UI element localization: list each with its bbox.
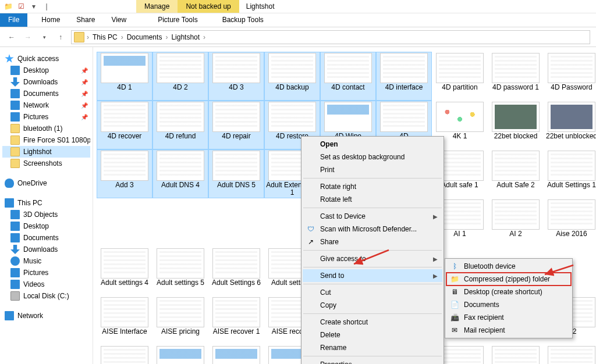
- sidebar-item[interactable]: Lightshot: [2, 146, 90, 158]
- ctx-properties[interactable]: Properties: [303, 358, 442, 364]
- thumbnail: [101, 248, 148, 279]
- sidebar-item[interactable]: Pictures: [2, 267, 90, 279]
- ribbon-tab-home[interactable]: Home: [33, 13, 68, 27]
- ctx-delete[interactable]: Delete: [303, 329, 442, 341]
- ctx-cast-to-device[interactable]: Cast to Device▶: [303, 210, 442, 223]
- file-item[interactable]: 4D repair: [208, 101, 264, 149]
- qat-new-folder-icon[interactable]: ▾: [29, 2, 38, 11]
- ctx-cut[interactable]: Cut: [303, 286, 442, 299]
- sidebar-item[interactable]: Pictures📌: [2, 111, 90, 123]
- sidebar-quick-access[interactable]: Quick access: [2, 53, 90, 65]
- file-item[interactable]: 4D refund: [152, 101, 208, 149]
- ribbon-tab-share[interactable]: Share: [68, 13, 103, 27]
- sidebar-item[interactable]: Videos: [2, 279, 90, 290]
- file-item[interactable]: AISE recover 1: [208, 296, 264, 345]
- ctx-open[interactable]: Open: [303, 138, 442, 151]
- file-item[interactable]: 4D 3: [208, 52, 264, 101]
- file-item[interactable]: 4D 1: [97, 52, 152, 101]
- file-item[interactable]: Adult Settings 6: [208, 247, 264, 296]
- nav-recent-icon[interactable]: ▾: [38, 31, 50, 43]
- sidebar-item[interactable]: bluetooth (1): [2, 123, 90, 134]
- ribbon-tab-view[interactable]: View: [103, 13, 134, 27]
- context-tab-manage[interactable]: Manage: [136, 0, 178, 13]
- breadcrumb-lightshot[interactable]: Lightshot: [170, 33, 201, 41]
- breadcrumb-this-pc[interactable]: This PC: [91, 33, 119, 41]
- file-item[interactable]: AO interface: [488, 345, 544, 364]
- sendto-bluetooth[interactable]: ᛒBluetooth device: [446, 260, 571, 273]
- ctx-create-shortcut[interactable]: Create shortcut: [303, 316, 442, 329]
- file-item[interactable]: 4D contact: [320, 52, 376, 101]
- file-item[interactable]: 4D interface: [376, 52, 432, 101]
- ctx-set-background[interactable]: Set as desktop background: [303, 151, 442, 163]
- file-item[interactable]: 22bet blocked: [488, 101, 544, 149]
- file-item[interactable]: 4D recover: [97, 101, 152, 149]
- thumbnail: [492, 102, 540, 132]
- file-item[interactable]: Add 3: [97, 149, 152, 198]
- sendto-desktop-shortcut[interactable]: 🖥Desktop (create shortcut): [446, 286, 571, 298]
- file-item[interactable]: 4D Password: [544, 52, 596, 101]
- file-item[interactable]: AISE Interface: [97, 296, 152, 345]
- sidebar-item[interactable]: Screenshots: [2, 158, 90, 169]
- sidebar-this-pc[interactable]: This PC: [2, 197, 90, 209]
- ctx-rotate-left[interactable]: Rotate left: [303, 193, 442, 206]
- sidebar-item[interactable]: Documents📌: [2, 88, 90, 99]
- file-item[interactable]: 4D 2: [152, 52, 208, 101]
- sidebar-item[interactable]: Downloads📌: [2, 76, 90, 88]
- ribbon-tab-file[interactable]: File: [0, 13, 27, 27]
- ctx-send-to[interactable]: Send to▶: [303, 269, 442, 282]
- sidebar-onedrive[interactable]: OneDrive: [2, 177, 90, 189]
- sidebar-item[interactable]: Local Disk (C:): [2, 290, 90, 302]
- file-item[interactable]: 4D password 1: [488, 52, 544, 101]
- qat-properties-icon[interactable]: ☑: [16, 2, 26, 11]
- ctx-copy[interactable]: Copy: [303, 299, 442, 312]
- ctx-give-access-to[interactable]: Give access to▶: [303, 252, 442, 265]
- ctx-rotate-right[interactable]: Rotate right: [303, 180, 442, 193]
- file-item[interactable]: 4D backup: [264, 52, 320, 101]
- sidebar-item[interactable]: 3D Objects: [2, 209, 90, 220]
- sendto-mail[interactable]: ✉Mail recipient: [446, 324, 571, 337]
- sidebar-item[interactable]: Fire Force S01 1080p: [2, 134, 90, 146]
- nav-back-icon[interactable]: ←: [6, 31, 17, 43]
- nav-up-icon[interactable]: ↑: [55, 31, 66, 43]
- file-item[interactable]: AI 2: [488, 198, 544, 247]
- ctx-defender[interactable]: 🛡Scan with Microsoft Defender...: [303, 223, 442, 235]
- address-bar[interactable]: › This PC › Documents › Lightshot ›: [71, 30, 590, 44]
- file-item[interactable]: 4D partition: [432, 52, 488, 101]
- thumbnail: [212, 151, 260, 181]
- file-item[interactable]: Adult Safe 2: [488, 149, 544, 198]
- file-item[interactable]: Adult DNS 4: [152, 149, 208, 198]
- sendto-fax[interactable]: 📠Fax recipient: [446, 311, 571, 324]
- ribbon-tab-backup-tools[interactable]: Backup Tools: [214, 13, 272, 27]
- sidebar-network[interactable]: Network: [2, 310, 90, 322]
- file-item[interactable]: AISE pricing: [152, 296, 208, 345]
- sidebar-item[interactable]: Music: [2, 255, 90, 267]
- ctx-rename[interactable]: Rename: [303, 341, 442, 354]
- file-item[interactable]: Adult settings 4: [97, 247, 152, 296]
- file-item[interactable]: Adult DNS 5: [208, 149, 264, 198]
- thumbnail: [212, 297, 260, 327]
- sidebar-item[interactable]: Desktop: [2, 220, 90, 232]
- sidebar-item[interactable]: Desktop📌: [2, 65, 90, 76]
- ctx-share[interactable]: ↗Share: [303, 235, 442, 248]
- file-item[interactable]: AO backup 2: [208, 345, 264, 364]
- context-tab-backup[interactable]: Not backed up: [178, 0, 239, 13]
- ctx-print[interactable]: Print: [303, 163, 442, 176]
- file-item[interactable]: 22bet unblocked: [544, 101, 596, 149]
- sidebar-onedrive-label: OneDrive: [17, 179, 47, 187]
- file-item[interactable]: Adult settings 5: [152, 247, 208, 296]
- sendto-compressed-folder[interactable]: 📁Compressed (zipped) folder: [446, 273, 571, 286]
- sendto-documents[interactable]: 📄Documents: [446, 298, 571, 311]
- folder-icon: [10, 210, 20, 219]
- sidebar-item[interactable]: Downloads: [2, 244, 90, 255]
- sidebar-item[interactable]: Network📌: [2, 99, 90, 111]
- thumbnail: [212, 346, 260, 364]
- file-item[interactable]: AO pricing: [544, 345, 596, 364]
- breadcrumb-documents[interactable]: Documents: [126, 33, 164, 41]
- folder-icon: 📁: [3, 2, 13, 11]
- sidebar-item[interactable]: Documents: [2, 232, 90, 244]
- file-item[interactable]: AISE support: [97, 345, 152, 364]
- file-item[interactable]: Aise 2016: [544, 198, 596, 247]
- file-item[interactable]: AO backup 1: [152, 345, 208, 364]
- ribbon-tab-picture-tools[interactable]: Picture Tools: [150, 13, 205, 27]
- file-item[interactable]: Adult Settings 1: [544, 149, 596, 198]
